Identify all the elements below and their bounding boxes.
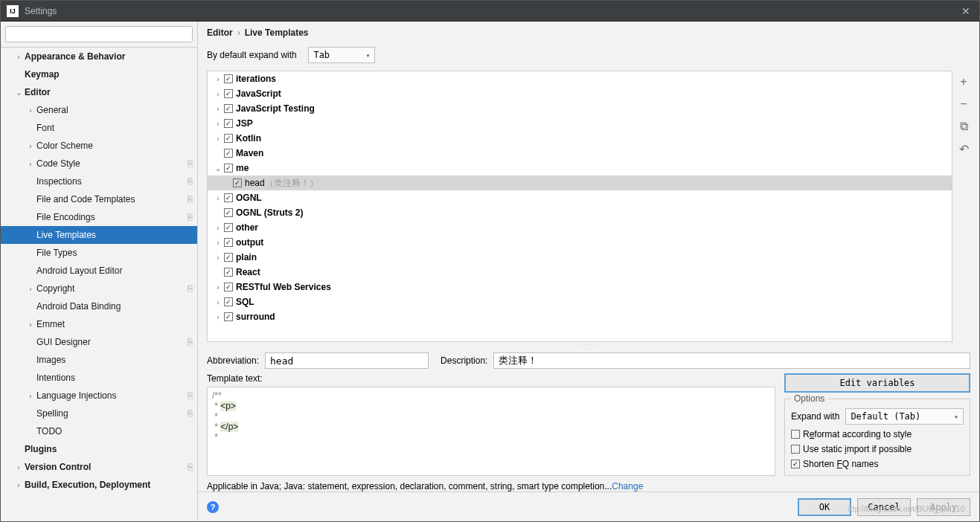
checkbox-icon[interactable]: [224, 74, 233, 83]
expand-with-select[interactable]: Tab: [308, 47, 375, 63]
checkbox-icon[interactable]: [224, 297, 233, 306]
breadcrumb-root: Editor: [207, 28, 233, 38]
template-text-label: Template text:: [207, 373, 775, 384]
template-group[interactable]: React: [208, 265, 952, 280]
main-panel: Editor › Live Templates By default expan…: [198, 22, 979, 521]
template-group[interactable]: OGNL (Struts 2): [208, 205, 952, 220]
opt-shorten-row[interactable]: Shorten FQ names: [791, 459, 964, 469]
sidebar-item-copyright[interactable]: ›Copyright⎘: [1, 280, 197, 297]
checkbox-icon[interactable]: [791, 445, 800, 454]
sidebar-item-font[interactable]: Font: [1, 119, 197, 137]
template-item[interactable]: head（类注释！）: [208, 175, 952, 190]
template-group[interactable]: ›other: [208, 220, 952, 235]
template-group[interactable]: ›RESTful Web Services: [208, 280, 952, 294]
template-group[interactable]: ›plain: [208, 250, 952, 265]
change-context-link[interactable]: Change: [612, 481, 643, 492]
applicable-context: Applicable in Java; Java: statement, exp…: [198, 476, 979, 492]
settings-sidebar: 🔍 ›Appearance & BehaviorKeymap⌄Editor›Ge…: [1, 22, 198, 521]
description-input[interactable]: [493, 352, 970, 369]
checkbox-icon[interactable]: [224, 149, 233, 158]
checkbox-icon[interactable]: [224, 119, 233, 128]
edit-variables-button[interactable]: Edit variables: [784, 373, 970, 393]
checkbox-icon[interactable]: [233, 178, 242, 187]
gear-icon: ⎘: [188, 390, 193, 401]
sidebar-item-build-execution-deployment[interactable]: ›Build, Execution, Deployment: [1, 476, 197, 494]
search-input[interactable]: [5, 26, 193, 42]
template-text-editor[interactable]: /** * <p> * * </p> *: [207, 387, 775, 476]
template-group[interactable]: ›surround: [208, 309, 952, 324]
close-icon[interactable]: ✕: [958, 5, 973, 17]
settings-tree[interactable]: ›Appearance & BehaviorKeymap⌄Editor›Gene…: [1, 48, 197, 521]
sidebar-item-inspections[interactable]: Inspections⎘: [1, 173, 197, 190]
sidebar-item-file-encodings[interactable]: File Encodings⎘: [1, 208, 197, 226]
sidebar-item-intentions[interactable]: Intentions: [1, 369, 197, 387]
sidebar-item-images[interactable]: Images: [1, 351, 197, 369]
cancel-button[interactable]: Cancel: [857, 498, 911, 516]
template-group[interactable]: ⌄me: [208, 161, 952, 175]
chevron-icon: ›: [214, 90, 222, 98]
apply-button[interactable]: Apply: [917, 498, 970, 516]
template-group[interactable]: ›SQL: [208, 294, 952, 309]
sidebar-item-keymap[interactable]: Keymap: [1, 65, 197, 83]
sidebar-item-gui-designer[interactable]: GUI Designer⎘: [1, 333, 197, 351]
opt-static-row[interactable]: Use static import if possible: [791, 444, 964, 454]
sidebar-item-appearance-behavior[interactable]: ›Appearance & Behavior: [1, 48, 197, 65]
checkbox-icon[interactable]: [224, 89, 233, 98]
template-group[interactable]: ›iterations: [208, 71, 952, 86]
copy-button[interactable]: ⧉: [955, 118, 972, 135]
sidebar-item-general[interactable]: ›General: [1, 101, 197, 119]
chevron-icon: ›: [214, 224, 222, 232]
checkbox-icon[interactable]: [224, 238, 233, 247]
sidebar-item-color-scheme[interactable]: ›Color Scheme: [1, 137, 197, 155]
sidebar-item-file-types[interactable]: File Types: [1, 244, 197, 262]
template-tree[interactable]: ›iterations›JavaScript›JavaScript Testin…: [207, 71, 952, 342]
checkbox-icon[interactable]: [224, 164, 233, 173]
sidebar-item-editor[interactable]: ⌄Editor: [1, 83, 197, 101]
template-group[interactable]: ›JavaScript: [208, 86, 952, 101]
checkbox-icon[interactable]: [224, 268, 233, 277]
template-group[interactable]: ›JavaScript Testing: [208, 101, 952, 116]
checkbox-icon[interactable]: [224, 283, 233, 291]
checkbox-icon[interactable]: [224, 223, 233, 232]
gear-icon: ⎘: [188, 194, 193, 204]
checkbox-icon[interactable]: [224, 312, 233, 321]
sidebar-item-code-style[interactable]: ›Code Style⎘: [1, 155, 197, 173]
template-group[interactable]: ›OGNL: [208, 190, 952, 205]
sidebar-item-live-templates[interactable]: Live Templates: [1, 226, 197, 244]
abbreviation-input[interactable]: [265, 352, 429, 369]
checkbox-icon[interactable]: [224, 104, 233, 113]
sidebar-item-emmet[interactable]: ›Emmet: [1, 315, 197, 333]
sidebar-item-todo[interactable]: TODO: [1, 422, 197, 440]
template-group[interactable]: ›Kotlin: [208, 131, 952, 146]
gear-icon: ⎘: [188, 212, 193, 222]
sidebar-item-spelling[interactable]: Spelling⎘: [1, 405, 197, 422]
titlebar: IJ Settings ✕: [1, 1, 979, 22]
sidebar-item-language-injections[interactable]: ›Language Injections⎘: [1, 387, 197, 405]
chevron-icon: ⌄: [214, 164, 222, 173]
revert-button[interactable]: ↶: [955, 141, 972, 157]
checkbox-icon[interactable]: [791, 430, 800, 439]
opt-reformat-row[interactable]: Reformat according to style: [791, 429, 964, 439]
sidebar-item-file-and-code-templates[interactable]: File and Code Templates⎘: [1, 190, 197, 208]
checkbox-icon[interactable]: [224, 253, 233, 262]
checkbox-icon[interactable]: [791, 460, 800, 468]
opt-expand-label: Expand with: [791, 411, 839, 422]
opt-expand-select[interactable]: Default (Tab): [845, 408, 964, 425]
chevron-icon: ›: [214, 283, 222, 291]
ok-button[interactable]: OK: [798, 498, 851, 516]
template-group[interactable]: Maven: [208, 146, 952, 161]
sidebar-item-android-data-binding[interactable]: Android Data Binding: [1, 297, 197, 315]
sidebar-item-version-control[interactable]: ›Version Control⎘: [1, 458, 197, 476]
chevron-right-icon: ›: [237, 28, 240, 38]
help-icon[interactable]: ?: [207, 501, 219, 513]
remove-button[interactable]: −: [955, 96, 972, 112]
sidebar-item-plugins[interactable]: Plugins: [1, 440, 197, 458]
checkbox-icon[interactable]: [224, 134, 233, 143]
template-group[interactable]: ›JSP: [208, 116, 952, 131]
chevron-icon: ›: [214, 313, 222, 321]
checkbox-icon[interactable]: [224, 193, 233, 202]
template-group[interactable]: ›output: [208, 235, 952, 250]
checkbox-icon[interactable]: [224, 208, 233, 217]
sidebar-item-android-layout-editor[interactable]: Android Layout Editor: [1, 262, 197, 280]
add-button[interactable]: +: [955, 74, 972, 90]
